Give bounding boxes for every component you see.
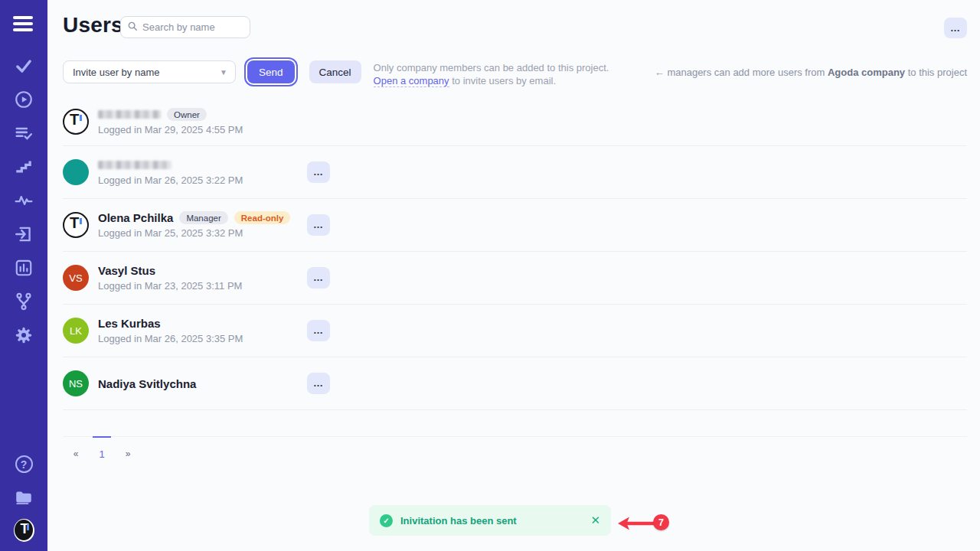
avatar-app-logo: T [63,109,89,135]
annotation-step-badge: 7 [653,514,669,530]
avatar: LK [63,318,89,344]
sidebar: ? T [0,0,47,551]
hamburger-menu-icon[interactable] [13,16,34,34]
redacted-name [98,110,161,119]
user-menu-button[interactable]: … [307,320,330,341]
invite-bar: Invite user by name ▼ Send Cancel Only c… [63,60,609,87]
user-name: Les Kurbas [98,317,161,330]
success-check-icon: ✓ [380,514,393,527]
send-button[interactable]: Send [247,60,295,83]
pagination: « 1 » [63,436,967,460]
user-row: VS Vasyl Stus Logged in Mar 23, 2025 3:1… [63,252,967,305]
main-content: Users … Invite user by name ▼ Send Cance… [47,0,980,551]
last-login: Logged in Mar 23, 2025 3:11 PM [98,280,307,292]
help-icon[interactable]: ? [14,454,34,474]
cancel-button[interactable]: Cancel [309,60,361,83]
sidebar-footer: ? T [0,454,47,540]
pagination-next[interactable]: » [119,437,137,460]
import-box-icon[interactable] [14,223,34,244]
user-name: Nadiya Svitlychna [98,377,196,390]
toast-message: Inivitation has been sent [400,515,584,527]
user-menu-button[interactable]: … [307,161,330,183]
user-row: Logged in Mar 26, 2025 3:22 PM … [63,146,967,199]
steps-icon[interactable] [14,156,34,177]
user-name: Olena Pchilka [98,211,173,224]
last-login: Logged in Mar 29, 2025 4:55 PM [98,124,307,135]
user-row: LK Les Kurbas Logged in Mar 26, 2025 3:3… [63,305,967,357]
toast-close-icon[interactable]: ✕ [584,514,600,527]
last-login: Logged in Mar 26, 2025 3:35 PM [98,333,307,344]
avatar-app-logo: T [63,212,89,238]
settings-gear-icon[interactable] [14,324,34,345]
user-row: T Olena Pchilka Manager Read-only Logged… [63,199,967,252]
check-icon[interactable] [14,55,34,76]
redacted-name [98,161,172,169]
open-company-link[interactable]: Open a company [374,75,449,87]
avatar: VS [63,265,89,291]
avatar: NS [63,370,89,396]
activity-pulse-icon[interactable] [14,190,34,210]
invite-user-select[interactable]: Invite user by name ▼ [63,60,236,83]
page-more-button[interactable]: … [944,18,967,38]
annotation-arrow [616,515,656,535]
managers-note: ← managers can add more users from Agoda… [655,67,967,78]
role-badge: Owner [167,108,207,121]
user-menu-button[interactable]: … [307,267,330,289]
user-row: NS Nadiya Svitlychna … [63,357,967,410]
success-toast: ✓ Inivitation has been sent ✕ [369,505,611,536]
invite-note: Only company members can be added to thi… [374,60,609,87]
pagination-page-1[interactable]: 1 [93,436,111,460]
sidebar-nav [0,55,47,345]
role-badge: Manager [179,211,227,224]
user-name: Vasyl Stus [98,264,155,277]
user-menu-button[interactable]: … [307,214,330,236]
user-menu-button[interactable]: … [307,373,330,394]
search-box[interactable] [120,16,250,38]
report-chart-icon[interactable] [14,257,34,278]
page-title: Users [63,13,123,37]
projects-folder-icon[interactable] [14,487,34,507]
app-logo[interactable]: T [14,520,34,540]
branches-icon[interactable] [14,291,34,311]
pagination-prev[interactable]: « [67,437,85,460]
search-icon [127,21,138,34]
last-login: Logged in Mar 26, 2025 3:22 PM [98,174,307,186]
avatar [63,159,89,185]
chevron-down-icon: ▼ [220,68,227,77]
search-input[interactable] [142,21,277,33]
play-circle-icon[interactable] [14,89,34,109]
readonly-badge: Read-only [234,211,291,224]
last-login: Logged in Mar 25, 2025 3:32 PM [98,227,307,239]
user-row: T Owner Logged in Mar 29, 2025 4:55 PM [63,98,967,146]
user-list: T Owner Logged in Mar 29, 2025 4:55 PM L… [63,98,967,410]
task-list-icon[interactable] [14,122,34,143]
